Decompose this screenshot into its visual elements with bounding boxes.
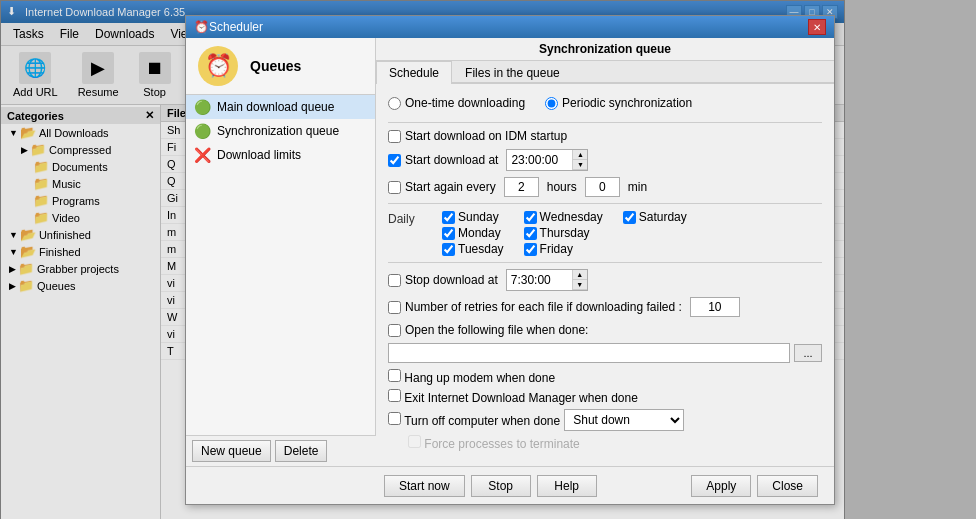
- queues-header: Queues: [242, 54, 367, 78]
- dialog-close-button[interactable]: ✕: [808, 19, 826, 35]
- start-at-label[interactable]: Start download at: [388, 153, 498, 167]
- browse-button[interactable]: ...: [794, 344, 822, 362]
- queue-label-sync: Synchronization queue: [217, 124, 339, 138]
- retries-label[interactable]: Number of retries for each file if downl…: [388, 300, 682, 314]
- open-file-checkbox[interactable]: [388, 324, 401, 337]
- mode-selection-row: One-time downloading Periodic synchroniz…: [388, 92, 822, 114]
- start-at-time-field: ▲ ▼: [506, 149, 588, 171]
- hangup-row: Hang up modem when done: [388, 369, 822, 385]
- turn-off-label[interactable]: Turn off computer when done: [388, 412, 560, 428]
- scheduler-dialog: ⏰ Scheduler ✕ ⏰ Queues 🟢 Main download q…: [185, 15, 835, 505]
- start-at-spinners: ▲ ▼: [572, 150, 587, 170]
- open-file-row: ...: [388, 343, 822, 363]
- daily-label: Daily: [388, 210, 428, 226]
- days-section: Daily Sunday Wednesday Saturday Monday T…: [388, 210, 822, 256]
- day-sunday[interactable]: Sunday: [442, 210, 504, 224]
- day-tuesday[interactable]: Tuesday: [442, 242, 504, 256]
- turn-off-checkbox[interactable]: [388, 412, 401, 425]
- startup-checkbox[interactable]: [388, 130, 401, 143]
- queue-icon-sync: 🟢: [194, 123, 211, 139]
- stop-at-spinners: ▲ ▼: [572, 270, 587, 290]
- days-grid: Sunday Wednesday Saturday Monday Thursda…: [442, 210, 687, 256]
- startup-row: Start download on IDM startup: [388, 129, 822, 143]
- one-time-radio-label[interactable]: One-time downloading: [388, 96, 525, 110]
- dialog-footer: Start now Stop Help Apply Close: [186, 466, 834, 504]
- stop-at-spin-up[interactable]: ▲: [573, 270, 587, 280]
- divider-2: [388, 203, 822, 204]
- turn-off-row: Turn off computer when done Shut down Hi…: [388, 409, 822, 431]
- dialog-title: Scheduler: [209, 20, 808, 34]
- stop-at-time-field: ▲ ▼: [506, 269, 588, 291]
- start-at-spin-up[interactable]: ▲: [573, 150, 587, 160]
- startup-label[interactable]: Start download on IDM startup: [388, 129, 567, 143]
- start-again-hours-input[interactable]: [504, 177, 539, 197]
- dialog-footer-right: Apply Close: [691, 475, 818, 497]
- hangup-label[interactable]: Hang up modem when done: [388, 369, 555, 385]
- help-button[interactable]: Help: [537, 475, 597, 497]
- divider-3: [388, 262, 822, 263]
- schedule-content: One-time downloading Periodic synchroniz…: [376, 84, 834, 463]
- apply-button[interactable]: Apply: [691, 475, 751, 497]
- dialog-body: ⏰ Queues 🟢 Main download queue 🟢 Synchro…: [186, 38, 834, 468]
- queues-footer: New queue Delete: [186, 435, 376, 466]
- one-time-radio[interactable]: [388, 97, 401, 110]
- dialog-titlebar: ⏰ Scheduler ✕: [186, 16, 834, 38]
- exit-idm-checkbox[interactable]: [388, 389, 401, 402]
- periodic-radio-label[interactable]: Periodic synchronization: [545, 96, 692, 110]
- sync-queue-title: Synchronization queue: [376, 38, 834, 61]
- stop-at-row: Stop download at ▲ ▼: [388, 269, 822, 291]
- start-again-min-input[interactable]: [585, 177, 620, 197]
- one-time-label: One-time downloading: [405, 96, 525, 110]
- open-file-label-row: Open the following file when done:: [388, 323, 822, 337]
- start-again-checkbox[interactable]: [388, 181, 401, 194]
- stop-at-label[interactable]: Stop download at: [388, 273, 498, 287]
- start-at-spin-down[interactable]: ▼: [573, 160, 587, 170]
- start-again-row: Start again every hours min: [388, 177, 822, 197]
- force-terminate-checkbox[interactable]: [408, 435, 421, 448]
- periodic-label: Periodic synchronization: [562, 96, 692, 110]
- hours-unit-label: hours: [547, 180, 577, 194]
- queue-item-limits[interactable]: ❌ Download limits: [186, 143, 375, 167]
- dialog-footer-left: Start now Stop Help: [384, 475, 597, 497]
- schedule-panel: Synchronization queue Schedule Files in …: [376, 38, 834, 468]
- tab-files-in-queue[interactable]: Files in the queue: [452, 61, 573, 84]
- scheduler-clock-icon: ⏰: [198, 46, 238, 86]
- start-at-checkbox[interactable]: [388, 154, 401, 167]
- open-file-input[interactable]: [388, 343, 790, 363]
- retries-input[interactable]: [690, 297, 740, 317]
- divider-1: [388, 122, 822, 123]
- retries-row: Number of retries for each file if downl…: [388, 297, 822, 317]
- close-button[interactable]: Close: [757, 475, 818, 497]
- day-monday[interactable]: Monday: [442, 226, 504, 240]
- queue-item-main[interactable]: 🟢 Main download queue: [186, 95, 375, 119]
- day-thursday[interactable]: Thursday: [524, 226, 603, 240]
- periodic-radio[interactable]: [545, 97, 558, 110]
- stop-button[interactable]: Stop: [471, 475, 531, 497]
- queues-panel: ⏰ Queues 🟢 Main download queue 🟢 Synchro…: [186, 38, 376, 468]
- day-wednesday[interactable]: Wednesday: [524, 210, 603, 224]
- force-terminate-label: Force processes to terminate: [408, 435, 580, 451]
- start-at-time-input[interactable]: [507, 150, 572, 170]
- queue-label-limits: Download limits: [217, 148, 301, 162]
- day-saturday[interactable]: Saturday: [623, 210, 687, 224]
- start-now-button[interactable]: Start now: [384, 475, 465, 497]
- stop-at-time-input[interactable]: [507, 272, 572, 288]
- start-at-row: Start download at ▲ ▼: [388, 149, 822, 171]
- delete-queue-button[interactable]: Delete: [275, 440, 328, 462]
- new-queue-button[interactable]: New queue: [192, 440, 271, 462]
- tab-bar: Schedule Files in the queue: [376, 61, 834, 84]
- start-again-label[interactable]: Start again every: [388, 180, 496, 194]
- queue-item-sync[interactable]: 🟢 Synchronization queue: [186, 119, 375, 143]
- open-file-label[interactable]: Open the following file when done:: [388, 323, 588, 337]
- scheduler-icon: ⏰: [194, 20, 209, 34]
- turn-off-dropdown[interactable]: Shut down Hibernate Log off Restart: [564, 409, 684, 431]
- retries-checkbox[interactable]: [388, 301, 401, 314]
- hangup-checkbox[interactable]: [388, 369, 401, 382]
- day-friday[interactable]: Friday: [524, 242, 603, 256]
- stop-at-checkbox[interactable]: [388, 274, 401, 287]
- tab-schedule[interactable]: Schedule: [376, 61, 452, 84]
- min-unit-label: min: [628, 180, 647, 194]
- dialog-overlay: ⏰ Scheduler ✕ ⏰ Queues 🟢 Main download q…: [0, 0, 976, 519]
- stop-at-spin-down[interactable]: ▼: [573, 280, 587, 290]
- exit-idm-label[interactable]: Exit Internet Download Manager when done: [388, 389, 638, 405]
